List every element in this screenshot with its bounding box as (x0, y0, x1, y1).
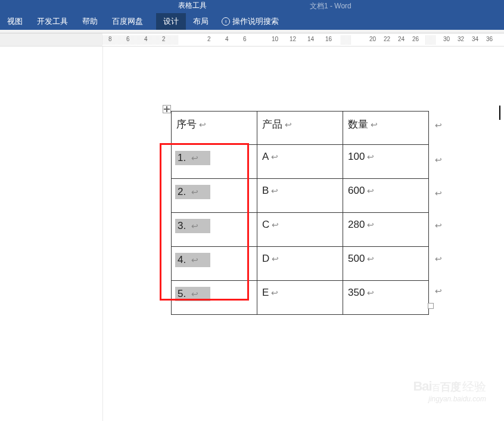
cell-seq[interactable]: 2. ↩ (172, 179, 257, 213)
cell-product[interactable]: C↩ (257, 213, 343, 247)
return-icon: ↩ (191, 255, 198, 265)
left-gutter (0, 47, 102, 421)
cell-qty[interactable]: 500↩ (343, 247, 429, 281)
return-icon: ↩ (271, 186, 278, 196)
return-icon: ↩ (367, 220, 374, 230)
cell-qty[interactable]: 600↩ (343, 179, 429, 213)
return-icon: ↩ (191, 153, 198, 163)
table-row[interactable]: 4. ↩ D↩ 500↩ (172, 247, 429, 281)
document-area[interactable]: 序号↩ 产品↩ 数量↩ 1. ↩ A↩ 100↩ 2. ↩ B↩ 600↩ 3.… (0, 47, 504, 421)
table-row[interactable]: 5. ↩ E↩ 350↩ (172, 281, 429, 315)
row-end-mark: ↩ (435, 286, 442, 296)
ribbon-tabs: 视图 开发工具 帮助 百度网盘 设计 布局 ♀ 操作说明搜索 (0, 13, 504, 30)
table-resize-handle[interactable] (428, 303, 434, 309)
tab-baidu-pan[interactable]: 百度网盘 (105, 13, 150, 30)
cell-product[interactable]: D↩ (257, 247, 343, 281)
cell-qty[interactable]: 350↩ (343, 281, 429, 315)
watermark: Bai百百度 经验 jingyan.baidu.com (413, 379, 486, 403)
data-table[interactable]: 序号↩ 产品↩ 数量↩ 1. ↩ A↩ 100↩ 2. ↩ B↩ 600↩ 3.… (171, 111, 429, 315)
return-icon: ↩ (371, 120, 378, 129)
cell-seq[interactable]: 4. ↩ (172, 247, 257, 281)
text-cursor (499, 106, 500, 120)
return-icon: ↩ (271, 288, 278, 298)
return-icon: ↩ (191, 187, 198, 197)
return-icon: ↩ (367, 186, 374, 196)
table-move-handle[interactable] (163, 105, 171, 113)
cell-qty[interactable]: 280↩ (343, 213, 429, 247)
tab-help[interactable]: 帮助 (75, 13, 105, 30)
header-product[interactable]: 产品↩ (257, 112, 343, 145)
context-tab-table-tools: 表格工具 (164, 0, 220, 13)
table-row[interactable]: 1. ↩ A↩ 100↩ (172, 145, 429, 179)
table-header-row[interactable]: 序号↩ 产品↩ 数量↩ (172, 112, 429, 145)
return-icon: ↩ (191, 221, 198, 231)
return-icon: ↩ (272, 254, 279, 264)
return-icon: ↩ (285, 120, 292, 129)
cell-product[interactable]: E↩ (257, 281, 343, 315)
tab-design[interactable]: 设计 (156, 13, 186, 30)
row-end-mark: ↩ (435, 120, 442, 130)
cell-qty[interactable]: 100↩ (343, 145, 429, 179)
tab-view[interactable]: 视图 (0, 13, 30, 30)
row-end-mark: ↩ (435, 254, 442, 264)
tab-developer[interactable]: 开发工具 (30, 13, 75, 30)
row-end-mark: ↩ (435, 221, 442, 230)
tab-layout[interactable]: 布局 (186, 13, 216, 30)
table-row[interactable]: 3. ↩ C↩ 280↩ (172, 213, 429, 247)
cell-product[interactable]: A↩ (257, 145, 343, 179)
return-icon: ↩ (271, 152, 278, 162)
cell-seq[interactable]: 1. ↩ (172, 145, 257, 179)
cell-product[interactable]: B↩ (257, 179, 343, 213)
window-title: 文档1 - Word (310, 1, 351, 11)
horizontal-ruler[interactable]: 8 6 4 2 2 4 6 10 12 14 16 20 22 24 26 30… (0, 33, 504, 47)
window-titlebar: 表格工具 文档1 - Word (0, 0, 504, 13)
return-icon: ↩ (367, 254, 374, 264)
return-icon: ↩ (199, 120, 206, 129)
lightbulb-icon: ♀ (222, 17, 230, 26)
row-end-mark: ↩ (435, 188, 442, 198)
row-end-mark: ↩ (435, 155, 442, 165)
tell-me-search[interactable]: ♀ 操作说明搜索 (216, 16, 285, 27)
return-icon: ↩ (367, 152, 374, 162)
tell-me-label: 操作说明搜索 (232, 16, 279, 27)
return-icon: ↩ (367, 288, 374, 298)
header-qty[interactable]: 数量↩ (343, 112, 429, 145)
table-row[interactable]: 2. ↩ B↩ 600↩ (172, 179, 429, 213)
return-icon: ↩ (272, 220, 279, 230)
return-icon: ↩ (191, 289, 198, 299)
cell-seq[interactable]: 3. ↩ (172, 213, 257, 247)
header-seq[interactable]: 序号↩ (172, 112, 257, 145)
cell-seq[interactable]: 5. ↩ (172, 281, 257, 315)
